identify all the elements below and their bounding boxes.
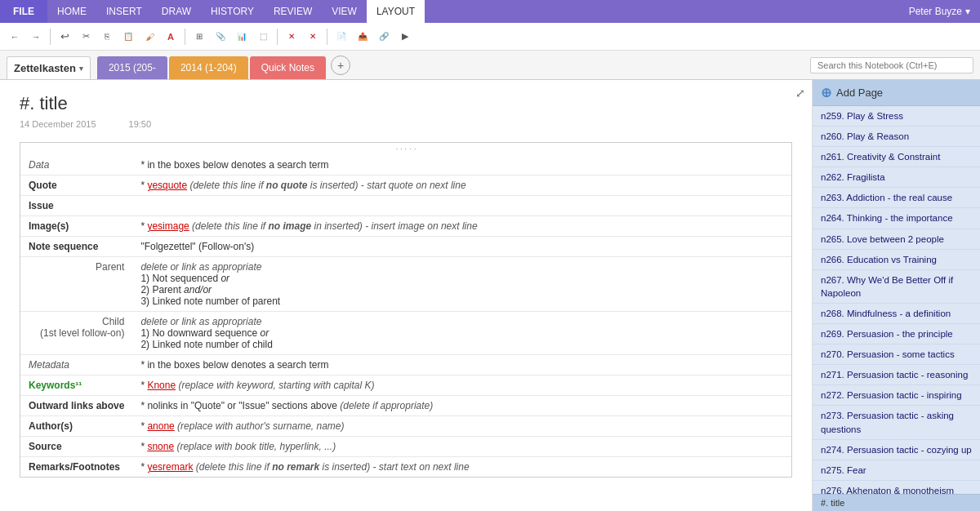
cut-button[interactable]: ✂ [76,27,96,47]
sidebar-item-n260[interactable]: n260. Play & Reason [813,127,980,147]
copy-button[interactable]: ⎘ [97,27,117,47]
sidebar-item-n266[interactable]: n266. Education vs Training [813,250,980,270]
row-noteseq-label: Note sequence [20,237,132,257]
table-row: Data * in the boxes below denotes a sear… [20,155,791,176]
row-source-value: * snone (replace with book title, hyperl… [132,437,791,457]
menu-layout[interactable]: LAYOUT [367,0,425,23]
add-page-button[interactable]: ⊕ Add Page [813,80,980,106]
sidebar-item-n264[interactable]: n264. Thinking - the importance [813,208,980,229]
sidebar-item-n269[interactable]: n269. Persuasion - the principle [813,324,980,344]
notebook-name: Zettelkasten [14,62,76,74]
knone-link[interactable]: Knone [147,380,176,391]
row-data-label: Data [20,155,132,176]
yesimage-link[interactable]: yesimage [147,220,189,232]
sidebar-item-n272[interactable]: n272. Persuasion tactic - inspiring [813,385,980,406]
delete2-button[interactable]: ✕ [303,27,323,47]
table-row: Keywords¹¹ * Knone (replace with keyword… [20,375,791,396]
expand-button[interactable]: ⤢ [795,87,805,100]
row-child-value: delete or link as appropriate 1) No down… [132,312,791,355]
row-issue-label: Issue [20,196,132,216]
file-button[interactable]: 📎 [211,27,230,47]
row-noteseq-value: "Folgezettel" (Follow-on's) [132,237,791,257]
sidebar-item-n259[interactable]: n259. Play & Stress [813,106,980,127]
user-menu[interactable]: Peter Buyze ▾ [909,6,980,17]
undo-button[interactable]: ↩ [55,27,74,47]
yesremark-link[interactable]: yesremark [147,461,193,473]
font-color[interactable]: A [161,27,180,47]
menu-insert[interactable]: INSERT [96,0,152,23]
table-button[interactable]: ⊞ [189,27,209,47]
sidebar-item-n263[interactable]: n263. Addiction - the real cause [813,188,980,208]
tab-quick-notes[interactable]: Quick Notes [250,56,326,79]
share-button[interactable]: 📤 [353,27,372,47]
row-parent-label: Parent [20,257,132,312]
sidebar-item-n265[interactable]: n265. Love between 2 people [813,229,980,250]
table-row: Outward links above * nolinks in "Quote"… [20,396,791,416]
new-page-button[interactable]: 📄 [332,27,351,47]
menu-home[interactable]: HOME [47,0,96,23]
note-table-container[interactable]: · · · · · Data * in the boxes below deno… [20,142,792,478]
sidebar-item-n271[interactable]: n271. Persuasion tactic - reasoning [813,365,980,385]
menu-file-button[interactable]: FILE [0,0,47,23]
sidebar-item-n273[interactable]: n273. Persuasion tactic - asking questio… [813,406,980,439]
notebook-arrow-icon: ▾ [79,64,83,73]
yesquote-link[interactable]: yesquote [147,180,187,191]
back-button[interactable]: ← [5,27,24,47]
menu-history[interactable]: HISTORY [201,0,264,23]
add-tab-button[interactable]: + [331,56,350,75]
table-row: Remarks/Footnotes * yesremark (delete th… [20,457,791,478]
delete-button[interactable]: ✕ [282,27,301,47]
table-row: Quote * yesquote (delete this line if no… [20,176,791,196]
row-outward-label: Outward links above [20,396,132,416]
toolbar-separator-2 [185,29,185,45]
row-image-value: * yesimage (delete this line if no image… [132,216,791,237]
user-name: Peter Buyze [909,6,962,17]
main-container: #. title 14 December 2015 19:50 ⤢ · · · … [0,80,980,511]
sidebar-item-n270[interactable]: n270. Persuasion - some tactics [813,344,980,365]
note-title: #. title [20,93,792,114]
sidebar-item-n275[interactable]: n275. Fear [813,460,980,481]
sidebar-item-n274[interactable]: n274. Persuasion tactic - cozying up [813,440,980,460]
sidebar-item-n261[interactable]: n261. Creativity & Constraint [813,147,980,167]
row-keywords-label: Keywords¹¹ [20,375,132,396]
row-data-value: * in the boxes below denotes a search te… [132,155,791,176]
menu-draw[interactable]: DRAW [152,0,201,23]
table-row: Parent delete or link as appropriate 1) … [20,257,791,312]
paste-button[interactable]: 📋 [118,27,138,47]
note-table: Data * in the boxes below denotes a sear… [20,155,791,477]
sidebar-item-n267[interactable]: n267. Why We'd Be Better Off if Napoleon [813,270,980,304]
menu-review[interactable]: REVIEW [264,0,322,23]
notebook-selector[interactable]: Zettelkasten ▾ [7,56,91,79]
table-row: Image(s) * yesimage (delete this line if… [20,216,791,237]
forward-button[interactable]: → [26,27,46,47]
sidebar-item-n268[interactable]: n268. Mindfulness - a definition [813,304,980,324]
row-authors-value: * anone (replace with author's surname, … [132,416,791,437]
search-input[interactable] [810,57,973,73]
spreadsheet-button[interactable]: 📊 [232,27,252,47]
link-button[interactable]: 🔗 [374,27,394,47]
tab-2014[interactable]: 2014 (1-204) [169,56,248,79]
more-button[interactable]: ▶ [395,27,415,47]
row-parent-value: delete or link as appropriate 1) Not seq… [132,257,791,312]
note-time: 19:50 [129,119,152,129]
snone-link[interactable]: snone [147,441,174,452]
note-header: #. title 14 December 2015 19:50 [0,80,812,136]
toolbar: ← → ↩ ✂ ⎘ 📋 🖌 A ⊞ 📎 📊 ⬚ ✕ ✕ 📄 📤 🔗 ▶ [0,23,980,51]
row-authors-label: Author(s) [20,416,132,437]
format-painter[interactable]: 🖌 [140,27,159,47]
screen-clip-button[interactable]: ⬚ [253,27,273,47]
menu-bar: FILE HOME INSERT DRAW HISTORY REVIEW VIE… [0,0,980,23]
row-source-label: Source [20,437,132,457]
row-quote-value: * yesquote (delete this line if no quote… [132,176,791,196]
table-row: Note sequence "Folgezettel" (Follow-on's… [20,237,791,257]
row-metadata-value: * in the boxes below denotes a search te… [132,355,791,375]
row-image-label: Image(s) [20,216,132,237]
row-remarks-label: Remarks/Footnotes [20,457,132,478]
row-child-label: Child(1st level follow-on) [20,312,132,355]
tab-2015[interactable]: 2015 (205- [97,56,167,79]
menu-view[interactable]: VIEW [322,0,367,23]
sidebar-item-n262[interactable]: n262. Fragilista [813,167,980,188]
anone-link[interactable]: anone [147,420,174,432]
table-row: Source * snone (replace with book title,… [20,437,791,457]
row-keywords-value: * Knone (replace with keyword, starting … [132,375,791,396]
